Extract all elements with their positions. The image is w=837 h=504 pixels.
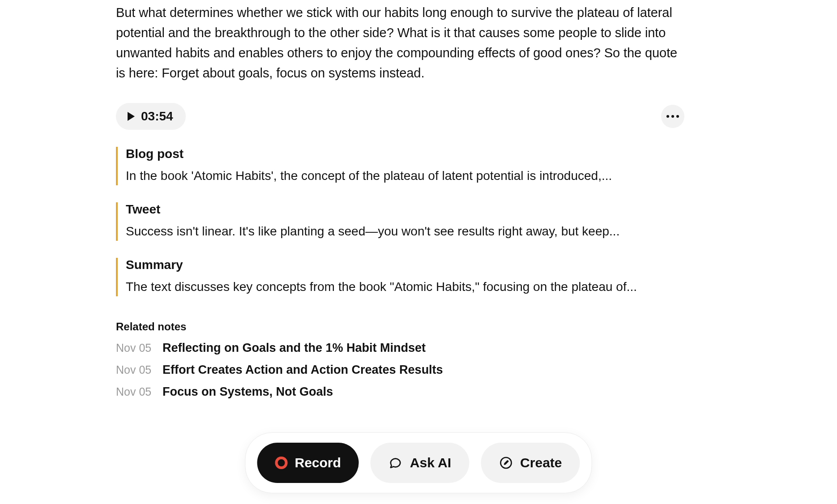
note-body-text: But what determines whether we stick wit… — [116, 3, 684, 83]
record-button[interactable]: Record — [257, 443, 359, 483]
snippet-body: Success isn't linear. It's like planting… — [126, 222, 684, 241]
create-button[interactable]: Create — [481, 443, 580, 483]
audio-row: 03:54 — [116, 103, 684, 130]
snippet-title: Summary — [126, 258, 684, 272]
snippet-blog-post[interactable]: Blog post In the book 'Atomic Habits', t… — [116, 147, 684, 185]
ask-ai-button[interactable]: Ask AI — [371, 443, 469, 483]
more-button[interactable] — [661, 105, 684, 128]
note-content: But what determines whether we stick wit… — [116, 3, 684, 407]
related-note-date: Nov 05 — [116, 342, 154, 355]
snippet-title: Tweet — [126, 202, 684, 217]
related-note-date: Nov 05 — [116, 385, 154, 398]
related-note-title: Focus on Systems, Not Goals — [162, 385, 333, 399]
related-note-item[interactable]: Nov 05 Focus on Systems, Not Goals — [116, 385, 684, 399]
related-note-date: Nov 05 — [116, 363, 154, 376]
play-icon — [128, 112, 135, 121]
related-note-item[interactable]: Nov 05 Reflecting on Goals and the 1% Ha… — [116, 341, 684, 355]
audio-duration: 03:54 — [141, 109, 173, 124]
snippet-title: Blog post — [126, 147, 684, 161]
related-note-title: Effort Creates Action and Action Creates… — [162, 363, 443, 377]
related-note-title: Reflecting on Goals and the 1% Habit Min… — [162, 341, 426, 355]
snippet-summary[interactable]: Summary The text discusses key concepts … — [116, 258, 684, 296]
snippet-body: In the book 'Atomic Habits', the concept… — [126, 167, 684, 185]
chat-bubble-icon — [389, 456, 403, 470]
record-icon — [275, 457, 287, 469]
more-icon — [666, 115, 679, 118]
bottom-action-bar: Record Ask AI Create — [245, 432, 592, 493]
pencil-circle-icon — [499, 456, 513, 470]
record-label: Record — [295, 455, 341, 470]
audio-play-pill[interactable]: 03:54 — [116, 103, 186, 130]
ask-ai-label: Ask AI — [410, 455, 451, 470]
create-label: Create — [520, 455, 562, 470]
related-note-item[interactable]: Nov 05 Effort Creates Action and Action … — [116, 363, 684, 377]
related-notes-heading: Related notes — [116, 320, 684, 333]
snippet-tweet[interactable]: Tweet Success isn't linear. It's like pl… — [116, 202, 684, 241]
snippet-body: The text discusses key concepts from the… — [126, 278, 684, 296]
